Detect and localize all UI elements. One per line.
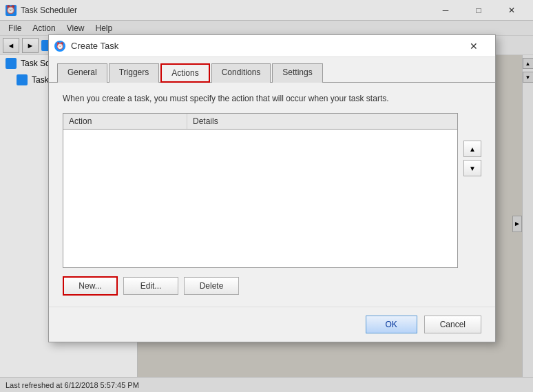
table-header: Action Details xyxy=(63,114,457,130)
dialog-overlay: ⏰ Create Task ✕ General Triggers Actions… xyxy=(0,0,533,392)
dialog-tabs: General Triggers Actions Conditions Sett… xyxy=(49,57,495,83)
dialog-title: Create Task xyxy=(71,41,118,51)
dialog-close-button[interactable]: ✕ xyxy=(458,35,490,57)
move-buttons: ▲ ▼ xyxy=(463,113,481,176)
edit-button[interactable]: Edit... xyxy=(123,277,178,295)
tab-actions[interactable]: Actions xyxy=(160,63,209,83)
cancel-button[interactable]: Cancel xyxy=(424,316,481,333)
new-button[interactable]: New... xyxy=(63,276,118,296)
dialog-icon: ⏰ xyxy=(54,41,65,52)
dialog-footer: OK Cancel xyxy=(49,307,495,342)
dialog-description: When you create a task, you must specify… xyxy=(63,94,481,103)
actions-table: Action Details xyxy=(63,113,458,268)
column-details: Details xyxy=(187,114,457,129)
action-buttons: New... Edit... Delete xyxy=(63,276,481,296)
table-area: Action Details ▲ ▼ xyxy=(63,113,481,268)
create-task-dialog: ⏰ Create Task ✕ General Triggers Actions… xyxy=(48,34,496,342)
delete-button[interactable]: Delete xyxy=(184,277,239,295)
tab-conditions[interactable]: Conditions xyxy=(211,63,271,83)
ok-button[interactable]: OK xyxy=(366,316,417,333)
tab-triggers[interactable]: Triggers xyxy=(109,63,160,83)
dialog-content: When you create a task, you must specify… xyxy=(49,83,495,307)
table-body xyxy=(63,130,457,267)
dialog-titlebar: ⏰ Create Task ✕ xyxy=(49,35,495,57)
column-action: Action xyxy=(63,114,187,129)
move-up-button[interactable]: ▲ xyxy=(463,141,481,157)
tab-settings[interactable]: Settings xyxy=(272,63,322,83)
tab-general[interactable]: General xyxy=(57,63,107,83)
move-down-button[interactable]: ▼ xyxy=(463,160,481,176)
